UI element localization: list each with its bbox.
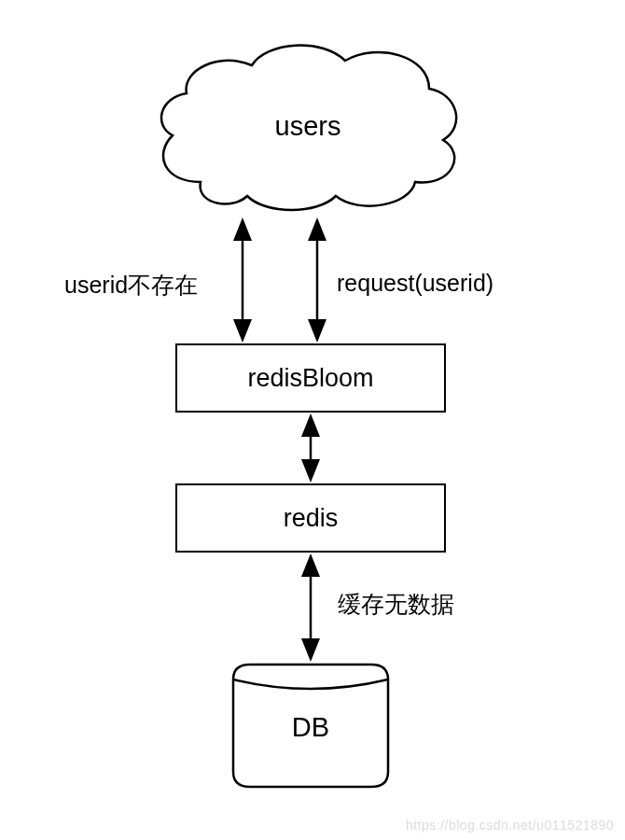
redisbloom-node: redisBloom	[175, 343, 446, 413]
label-request-userid: request(userid)	[337, 270, 493, 297]
architecture-diagram: users redisBloom redis DB	[0, 0, 625, 840]
users-label: users	[275, 111, 341, 142]
redis-node: redis	[175, 483, 446, 553]
users-cloud-node: users	[145, 33, 471, 219]
redis-label: redis	[284, 504, 339, 533]
label-userid-notexist: userid不存在	[64, 270, 198, 301]
redisbloom-label: redisBloom	[247, 364, 373, 393]
db-node: DB	[231, 663, 390, 789]
watermark-text: https://blog.csdn.net/u011521890	[406, 818, 614, 833]
db-label: DB	[292, 712, 329, 743]
label-cache-nodata: 缓存无数据	[338, 589, 454, 620]
